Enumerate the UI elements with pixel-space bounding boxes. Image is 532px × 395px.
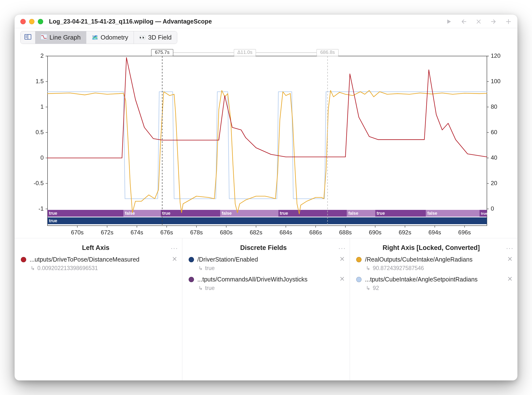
svg-text:686.8s: 686.8s — [320, 49, 335, 55]
indent-arrow-icon: ↳ — [31, 265, 35, 272]
series-color-dot — [189, 277, 194, 282]
legend-item-value: ↳true — [189, 283, 347, 291]
legend-panel: Left Axis ··· ...utputs/DriveToPose/Dist… — [15, 238, 517, 380]
series-color-dot — [21, 257, 26, 262]
svg-text:true: true — [49, 211, 57, 216]
content-area: -1-0.500.511.52020406080100120670s672s67… — [15, 48, 517, 380]
window-close-button[interactable] — [20, 19, 26, 24]
legend-value-text: 92 — [373, 285, 379, 291]
legend-left-menu-icon[interactable]: ··· — [171, 247, 180, 249]
svg-text:20: 20 — [491, 180, 497, 186]
app-window: Log_23-04-21_15-41-23_q116.wpilog — Adva… — [15, 15, 517, 380]
svg-text:678s: 678s — [190, 229, 203, 236]
nav-forward-icon[interactable] — [490, 18, 497, 25]
titlebar: Log_23-04-21_15-41-23_q116.wpilog — Adva… — [15, 15, 517, 28]
legend-item[interactable]: ...utputs/DriveToPose/DistanceMeasured — [21, 252, 180, 263]
nav-back-icon[interactable] — [460, 18, 468, 25]
legend-value-text: 90.87243927587546 — [373, 265, 424, 272]
legend-left-title: Left Axis — [21, 244, 171, 252]
svg-text:682s: 682s — [250, 229, 262, 236]
legend-value-text: 0.009202213398696531 — [37, 265, 98, 272]
indent-arrow-icon: ↳ — [366, 265, 370, 272]
indent-arrow-icon: ↳ — [366, 285, 370, 291]
window-traffic-lights — [20, 19, 43, 24]
svg-text:0: 0 — [491, 205, 494, 212]
legend-item[interactable]: /DriverStation/Enabled — [189, 252, 347, 263]
svg-text:0.5: 0.5 — [36, 129, 44, 135]
svg-text:674s: 674s — [131, 229, 143, 236]
legend-right-axis: Right Axis [Locked, Converted] ··· /Real… — [350, 238, 517, 380]
tab-group: Line Graph 🗺️ Odometry 👀 3D Field — [20, 31, 177, 44]
legend-value-text: true — [205, 285, 215, 291]
remove-series-icon[interactable] — [170, 256, 179, 263]
tab-sidebar[interactable] — [21, 31, 35, 44]
svg-text:670s: 670s — [71, 229, 84, 236]
chart-container: -1-0.500.511.52020406080100120670s672s67… — [15, 48, 517, 238]
tab-3d-field[interactable]: 👀 3D Field — [134, 31, 177, 44]
tab-label: Odometry — [101, 34, 128, 41]
svg-text:2: 2 — [40, 52, 44, 59]
svg-text:true: true — [481, 212, 487, 215]
window-title: Log_23-04-21_15-41-23_q116.wpilog — Adva… — [49, 18, 212, 25]
map-icon: 🗺️ — [92, 34, 98, 41]
eyes-icon: 👀 — [139, 34, 146, 41]
legend-item-label: /RealOutputs/CubeIntake/AngleRadians — [365, 256, 502, 263]
svg-text:Δ11.0s: Δ11.0s — [237, 49, 252, 55]
svg-text:688s: 688s — [339, 229, 352, 236]
svg-text:true: true — [280, 211, 288, 216]
svg-text:-0.5: -0.5 — [34, 180, 44, 186]
svg-rect-63 — [48, 210, 123, 217]
svg-text:672s: 672s — [101, 229, 113, 236]
legend-center-menu-icon[interactable]: ··· — [338, 247, 347, 249]
titlebar-actions — [446, 18, 512, 25]
remove-series-icon[interactable] — [506, 276, 514, 283]
legend-item[interactable]: ...tputs/CommandsAll/DriveWithJoysticks — [189, 272, 347, 283]
legend-discrete-fields: Discrete Fields ··· /DriverStation/Enabl… — [182, 238, 350, 380]
legend-item-value: ↳0.009202213398696531 — [21, 263, 180, 272]
svg-text:true: true — [49, 218, 57, 223]
remove-series-icon[interactable] — [338, 256, 346, 263]
window-zoom-button[interactable] — [38, 19, 43, 24]
legend-item[interactable]: ...tputs/CubeIntake/AngleSetpointRadians — [356, 272, 515, 283]
svg-text:684s: 684s — [280, 229, 292, 236]
legend-right-menu-icon[interactable]: ··· — [506, 247, 515, 249]
svg-text:692s: 692s — [399, 229, 411, 236]
tab-bar: Line Graph 🗺️ Odometry 👀 3D Field — [15, 28, 517, 48]
svg-text:676s: 676s — [160, 229, 173, 236]
tab-odometry[interactable]: 🗺️ Odometry — [86, 31, 134, 44]
legend-item-label: ...tputs/CommandsAll/DriveWithJoysticks — [197, 276, 335, 283]
legend-center-title: Discrete Fields — [189, 244, 339, 252]
indent-arrow-icon: ↳ — [198, 285, 203, 291]
tab-label: Line Graph — [49, 34, 81, 41]
legend-item[interactable]: /RealOutputs/CubeIntake/AngleRadians — [356, 252, 515, 263]
svg-rect-81 — [48, 217, 487, 224]
nav-close-icon[interactable] — [476, 19, 482, 25]
series-color-dot — [356, 257, 362, 262]
play-icon[interactable] — [446, 18, 452, 25]
svg-text:1: 1 — [40, 103, 44, 110]
window-minimize-button[interactable] — [29, 19, 34, 24]
svg-text:-1: -1 — [39, 205, 44, 212]
legend-value-text: true — [205, 265, 215, 272]
svg-text:100: 100 — [491, 78, 500, 84]
book-icon — [24, 34, 31, 41]
svg-text:0: 0 — [40, 154, 44, 161]
svg-text:40: 40 — [491, 154, 497, 161]
legend-item-label: /DriverStation/Enabled — [197, 256, 335, 263]
tab-line-graph[interactable]: Line Graph — [35, 31, 86, 44]
legend-item-value: ↳true — [189, 263, 347, 272]
remove-series-icon[interactable] — [338, 276, 346, 283]
line-chart[interactable]: -1-0.500.511.52020406080100120670s672s67… — [23, 49, 509, 238]
svg-text:true: true — [162, 211, 170, 216]
svg-text:80: 80 — [491, 103, 497, 110]
svg-text:false: false — [125, 211, 135, 216]
svg-rect-5 — [41, 34, 47, 40]
svg-text:680s: 680s — [220, 229, 233, 236]
add-tab-icon[interactable] — [505, 18, 512, 25]
tab-label: 3D Field — [148, 34, 172, 41]
svg-text:false: false — [222, 211, 232, 216]
svg-text:686s: 686s — [309, 229, 322, 236]
remove-series-icon[interactable] — [506, 256, 514, 263]
svg-text:690s: 690s — [369, 229, 381, 236]
svg-text:60: 60 — [491, 129, 497, 135]
